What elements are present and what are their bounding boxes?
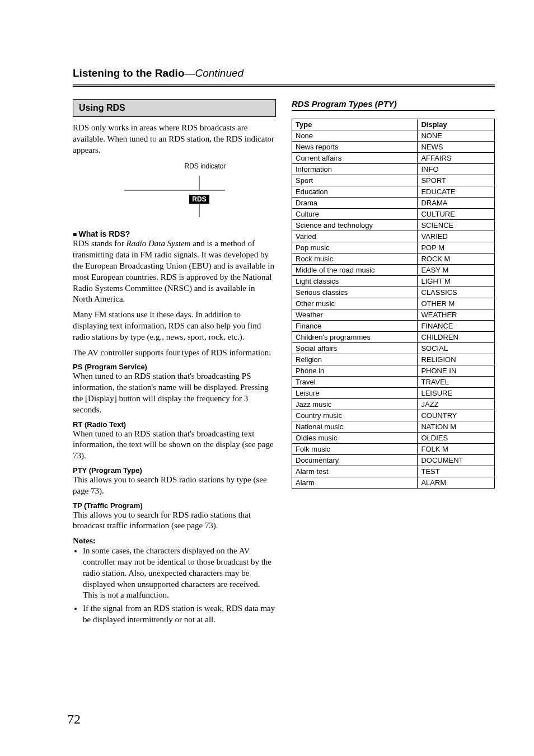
- left-column: Using RDS RDS only works in areas where …: [73, 99, 276, 628]
- table-row: NoneNONE: [292, 130, 495, 142]
- cell-type: Leisure: [292, 388, 418, 399]
- rds-indicator-icon: RDS: [113, 173, 236, 218]
- cell-type: Education: [292, 186, 418, 198]
- table-row: TravelTRAVEL: [292, 377, 495, 388]
- cell-type: Phone in: [292, 365, 418, 377]
- table-row: DocumentaryDOCUMENT: [292, 455, 495, 466]
- cell-type: Weather: [292, 309, 418, 321]
- cell-type: Alarm test: [292, 466, 418, 477]
- cell-display: WEATHER: [418, 309, 495, 321]
- cell-display: NATION M: [418, 421, 495, 433]
- cell-type: Serious classics: [292, 287, 418, 298]
- cell-type: News reports: [292, 142, 418, 153]
- right-column: RDS Program Types (PTY) Type Display Non…: [292, 99, 495, 628]
- table-row: Oldies musicOLDIES: [292, 433, 495, 444]
- table-row: WeatherWEATHER: [292, 309, 495, 321]
- cell-display: TEST: [418, 466, 495, 477]
- table-row: Folk musicFOLK M: [292, 444, 495, 455]
- cell-display: CHILDREN: [418, 332, 495, 343]
- using-rds-heading: Using RDS: [73, 99, 276, 117]
- cell-display: LEISURE: [418, 388, 495, 399]
- table-header-row: Type Display: [292, 119, 495, 130]
- columns: Using RDS RDS only works in areas where …: [73, 99, 495, 628]
- table-row: Light classicsLIGHT M: [292, 276, 495, 287]
- cell-type: Alarm: [292, 477, 418, 489]
- cell-display: SOCIAL: [418, 343, 495, 354]
- ps-heading: PS (Program Service): [73, 363, 276, 371]
- rds-indicator-figure: RDS indicator RDS: [73, 162, 276, 218]
- tp-body: This allows you to search for RDS radio …: [73, 510, 276, 532]
- ps-body: When tuned to an RDS station that's broa…: [73, 371, 276, 415]
- cell-display: OLDIES: [418, 433, 495, 444]
- cell-type: Culture: [292, 209, 418, 220]
- table-row: EducationEDUCATE: [292, 186, 495, 198]
- th-type: Type: [292, 119, 418, 130]
- cell-display: AFFAIRS: [418, 153, 495, 164]
- cell-type: Science and technology: [292, 220, 418, 231]
- cell-type: National music: [292, 421, 418, 433]
- table-row: Pop musicPOP M: [292, 242, 495, 253]
- section-title: Listening to the Radio—Continued: [73, 67, 243, 79]
- cell-type: Drama: [292, 198, 418, 209]
- table-row: National musicNATION M: [292, 421, 495, 433]
- cell-display: INFO: [418, 164, 495, 175]
- table-row: Other musicOTHER M: [292, 298, 495, 309]
- cell-display: JAZZ: [418, 399, 495, 410]
- table-row: Alarm testTEST: [292, 466, 495, 477]
- page-container: Listening to the Radio—Continued Using R…: [0, 0, 534, 756]
- cell-display: NEWS: [418, 142, 495, 153]
- rds-badge-text: RDS: [192, 195, 206, 203]
- cell-type: Current affairs: [292, 153, 418, 164]
- what-is-rds-p3: The AV controller supports four types of…: [73, 348, 276, 359]
- page-header: Listening to the Radio—Continued: [73, 67, 495, 79]
- table-row: VariedVARIED: [292, 231, 495, 242]
- cell-display: NONE: [418, 130, 495, 142]
- intro-paragraph: RDS only works in areas where RDS broadc…: [73, 123, 276, 156]
- cell-display: DOCUMENT: [418, 455, 495, 466]
- cell-type: Documentary: [292, 455, 418, 466]
- rds-indicator-label: RDS indicator: [134, 162, 276, 170]
- table-row: Middle of the road musicEASY M: [292, 265, 495, 276]
- table-row: DramaDRAMA: [292, 198, 495, 209]
- cell-type: Folk music: [292, 444, 418, 455]
- cell-type: Country music: [292, 410, 418, 421]
- what-is-rds-p1: RDS stands for Radio Data System and is …: [73, 238, 276, 305]
- cell-display: LIGHT M: [418, 276, 495, 287]
- cell-display: ROCK M: [418, 253, 495, 265]
- table-row: Jazz musicJAZZ: [292, 399, 495, 410]
- what-is-p1-italic: Radio Data System: [126, 239, 190, 248]
- table-row: CultureCULTURE: [292, 209, 495, 220]
- cell-display: SCIENCE: [418, 220, 495, 231]
- table-row: Phone inPHONE IN: [292, 365, 495, 377]
- pty-heading: PTY (Program Type): [73, 466, 276, 475]
- cell-type: Middle of the road music: [292, 265, 418, 276]
- table-row: LeisureLEISURE: [292, 388, 495, 399]
- table-row: AlarmALARM: [292, 477, 495, 489]
- cell-display: TRAVEL: [418, 377, 495, 388]
- cell-display: CLASSICS: [418, 287, 495, 298]
- cell-type: Rock music: [292, 253, 418, 265]
- th-display: Display: [418, 119, 495, 130]
- cell-type: Social affairs: [292, 343, 418, 354]
- cell-type: None: [292, 130, 418, 142]
- rt-heading: RT (Radio Text): [73, 420, 276, 429]
- cell-type: Oldies music: [292, 433, 418, 444]
- cell-display: POP M: [418, 242, 495, 253]
- what-is-rds-heading: What is RDS?: [73, 229, 276, 238]
- pty-table: Type Display NoneNONENews reportsNEWSCur…: [292, 119, 495, 489]
- cell-type: Other music: [292, 298, 418, 309]
- what-is-rds-text: What is RDS?: [79, 229, 130, 238]
- table-row: Rock musicROCK M: [292, 253, 495, 265]
- cell-display: EASY M: [418, 265, 495, 276]
- cell-type: Religion: [292, 354, 418, 365]
- table-row: Current affairsAFFAIRS: [292, 153, 495, 164]
- pty-table-title: RDS Program Types (PTY): [292, 99, 495, 111]
- cell-display: FINANCE: [418, 321, 495, 332]
- cell-type: Pop music: [292, 242, 418, 253]
- cell-type: Varied: [292, 231, 418, 242]
- notes-list: In some cases, the characters displayed …: [73, 546, 276, 626]
- cell-display: VARIED: [418, 231, 495, 242]
- table-row: News reportsNEWS: [292, 142, 495, 153]
- notes-label: Notes:: [73, 536, 276, 546]
- table-row: InformationINFO: [292, 164, 495, 175]
